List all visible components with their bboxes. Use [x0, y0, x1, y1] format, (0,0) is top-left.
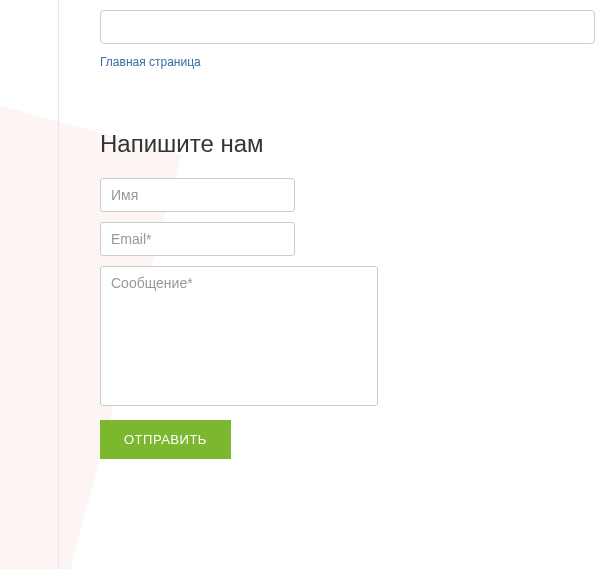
contact-form: Напишите нам ОТПРАВИТЬ — [100, 130, 596, 459]
submit-button[interactable]: ОТПРАВИТЬ — [100, 420, 231, 459]
breadcrumb-home-link[interactable]: Главная страница — [100, 55, 201, 69]
search-input[interactable] — [100, 10, 595, 44]
main-content: Главная страница Напишите нам ОТПРАВИТЬ — [0, 0, 596, 459]
message-field[interactable] — [100, 266, 378, 406]
form-heading: Напишите нам — [100, 130, 596, 158]
email-field[interactable] — [100, 222, 295, 256]
name-field[interactable] — [100, 178, 295, 212]
